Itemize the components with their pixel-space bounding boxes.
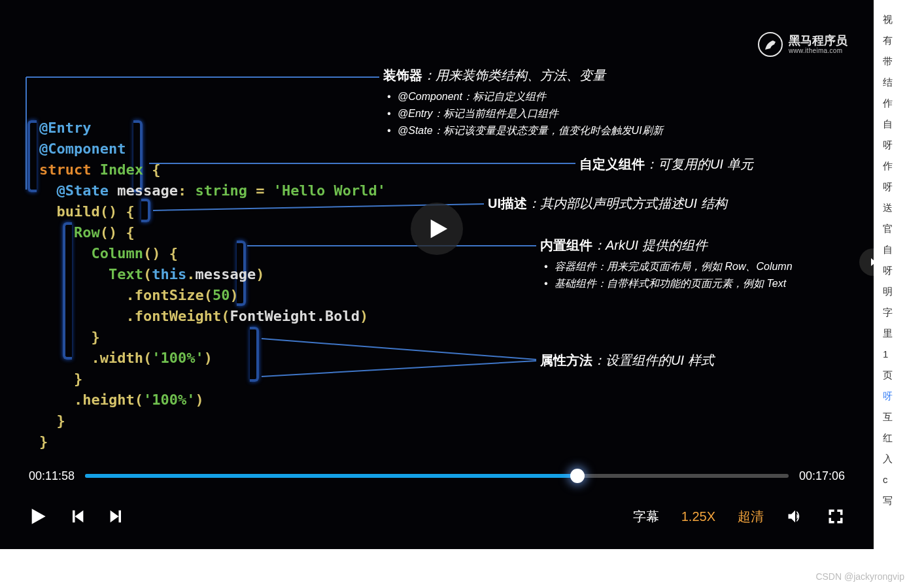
side-text-fragment: 官 [883, 218, 924, 239]
volume-button[interactable] [786, 507, 804, 526]
side-text-fragment: 字 [883, 302, 924, 323]
horse-icon [757, 31, 783, 58]
brand-logo: 黑马程序员 www.itheima.com [757, 31, 847, 58]
side-text-fragment: 送 [883, 197, 924, 218]
side-text-fragment: 页 [883, 365, 924, 386]
progress-knob[interactable] [570, 469, 585, 483]
side-text-fragment: 呀 [883, 260, 924, 281]
logo-cn: 黑马程序员 [789, 35, 847, 48]
side-text-fragment: 入 [883, 448, 924, 469]
play-icon [29, 507, 47, 526]
prev-button[interactable] [68, 507, 86, 526]
side-text-fragment: 呀 [883, 386, 924, 407]
progress-track[interactable] [85, 474, 789, 478]
time-current: 00:11:58 [29, 469, 75, 483]
side-text-fragment: 红 [883, 428, 924, 448]
speed-button[interactable]: 1.25X [681, 509, 715, 524]
side-text-fragment: 呀 [883, 176, 924, 197]
side-panel-peek: 视有带结作自呀作呀送官自呀明字里1页呀互红入c写 [874, 0, 924, 587]
side-text-fragment: 自 [883, 239, 924, 260]
quality-button[interactable]: 超清 [738, 508, 764, 526]
anno-uidesc: UI描述：其内部以声明式方式描述UI 结构 [488, 195, 727, 212]
anno-builtin: 内置组件：ArkUI 提供的组件 容器组件：用来完成页面布局，例如 Row、Co… [540, 237, 793, 292]
fullscreen-icon [827, 507, 845, 526]
side-text-fragment: 有 [883, 30, 924, 51]
video-player: 黑马程序员 www.itheima.com @Entry @Component … [0, 0, 874, 549]
side-text-fragment: 作 [883, 93, 924, 114]
side-text-fragment: 自 [883, 114, 924, 135]
code-block: @Entry @Component struct Index { @State … [39, 118, 386, 452]
bracket-decorators [27, 120, 37, 192]
skip-next-icon [107, 507, 126, 526]
side-text-fragment: 结 [883, 72, 924, 93]
player-controls: 00:11:58 00:17:06 [0, 458, 874, 549]
next-button[interactable] [107, 507, 126, 526]
subtitle-button[interactable]: 字幕 [633, 508, 659, 526]
side-text-fragment: 1 [883, 344, 924, 365]
side-text-fragment: 视 [883, 9, 924, 30]
volume-icon [786, 507, 804, 526]
anno-custom: 自定义组件：可复用的UI 单元 [579, 156, 753, 173]
play-button[interactable] [29, 507, 47, 526]
anno-attr: 属性方法：设置组件的UI 样式 [540, 352, 714, 369]
side-text-fragment: 作 [883, 156, 924, 176]
side-text-fragment: 呀 [883, 135, 924, 156]
logo-en: www.itheima.com [789, 47, 847, 54]
time-total: 00:17:06 [799, 469, 845, 483]
center-play-button[interactable] [411, 203, 463, 255]
side-text-fragment: 里 [883, 323, 924, 344]
side-text-fragment: 带 [883, 51, 924, 72]
side-text-fragment: 写 [883, 490, 924, 511]
video-frame: 黑马程序员 www.itheima.com @Entry @Component … [0, 0, 874, 458]
anno-decorator: 装饰器：用来装饰类结构、方法、变量 @Component：标记自定义组件 @En… [383, 67, 663, 139]
progress-fill [85, 474, 577, 478]
side-text-fragment: 明 [883, 281, 924, 302]
play-icon [427, 218, 449, 240]
skip-prev-icon [68, 507, 86, 526]
side-text-fragment: c [883, 469, 924, 490]
watermark: CSDN @jackyrongvip [815, 571, 904, 582]
side-text-fragment: 互 [883, 407, 924, 428]
fullscreen-button[interactable] [827, 507, 845, 526]
